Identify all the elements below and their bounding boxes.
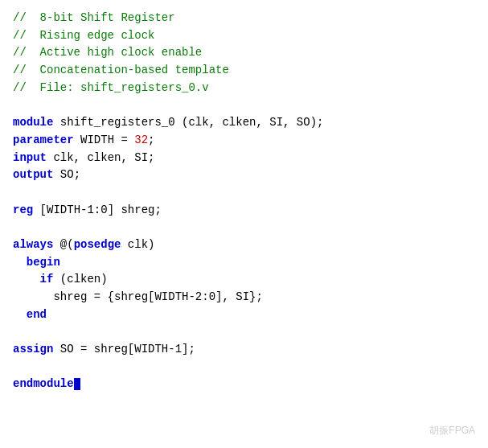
normal-text: @( [53, 238, 73, 251]
normal-text [13, 308, 27, 321]
watermark-text: 胡振FPGA [429, 423, 475, 438]
keyword-text: input [13, 151, 47, 164]
code-editor: // 8-bit Shift Register// Rising edge cl… [0, 0, 488, 448]
keyword-text: parameter [13, 134, 74, 146]
code-line [13, 97, 475, 114]
code-line: output SO; [13, 166, 475, 184]
normal-text: clk, clken, SI; [47, 151, 154, 164]
comment-text: // 8-bit Shift Register [13, 11, 175, 24]
keyword-text: endmodule [13, 377, 74, 390]
code-line [13, 219, 475, 236]
code-line: shreg = {shreg[WIDTH-2:0], SI}; [13, 289, 475, 306]
comment-text: // File: shift_registers_0.v [13, 81, 209, 94]
code-line: // 8-bit Shift Register [13, 10, 475, 27]
normal-text: shreg = {shreg[WIDTH-2:0], SI}; [13, 290, 263, 303]
normal-text: SO; [53, 168, 80, 181]
code-line: endmodule [13, 376, 475, 393]
keyword-text: assign [13, 343, 53, 356]
normal-text: SO = shreg[WIDTH-1]; [53, 343, 195, 356]
keyword-text: end [27, 308, 47, 321]
normal-text [13, 273, 40, 286]
code-line: // File: shift_registers_0.v [13, 80, 475, 97]
code-line: input clk, clken, SI; [13, 150, 475, 167]
normal-text: ; [148, 134, 154, 146]
number-text: 32 [134, 134, 148, 146]
normal-text [13, 256, 27, 269]
code-line: module shift_registers_0 (clk, clken, SI… [13, 114, 475, 132]
code-line: // Concatenation-based template [13, 62, 475, 80]
keyword-text: always [13, 238, 53, 251]
keyword-text: begin [27, 256, 60, 269]
code-line: end [13, 306, 475, 324]
normal-text: [WIDTH-1:0] shreg; [33, 203, 162, 216]
code-line: // Active high clock enable [13, 44, 475, 62]
keyword-text: if [40, 273, 54, 286]
code-content: // 8-bit Shift Register// Rising edge cl… [13, 10, 475, 393]
code-line: // Rising edge clock [13, 27, 475, 45]
comment-text: // Active high clock enable [13, 46, 202, 59]
comment-text: // Rising edge clock [13, 29, 154, 42]
code-line [13, 184, 475, 202]
keyword-text: reg [13, 203, 33, 216]
code-line: if (clken) [13, 271, 475, 289]
code-line [13, 323, 475, 341]
code-line: begin [13, 254, 475, 272]
normal-text: WIDTH = [74, 134, 135, 146]
keyword-text: output [13, 168, 53, 181]
code-line [13, 359, 475, 376]
comment-text: // Concatenation-based template [13, 64, 229, 76]
keyword-text: module [13, 116, 53, 129]
code-line: reg [WIDTH-1:0] shreg; [13, 202, 475, 220]
code-line: assign SO = shreg[WIDTH-1]; [13, 341, 475, 359]
code-line: always @(posedge clk) [13, 236, 475, 254]
code-line: parameter WIDTH = 32; [13, 132, 475, 150]
cursor [74, 378, 80, 390]
normal-text: clk) [121, 238, 154, 251]
normal-text: shift_registers_0 (clk, clken, SI, SO); [53, 116, 323, 129]
keyword-text: posedge [74, 238, 121, 251]
normal-text: (clken) [53, 273, 107, 286]
